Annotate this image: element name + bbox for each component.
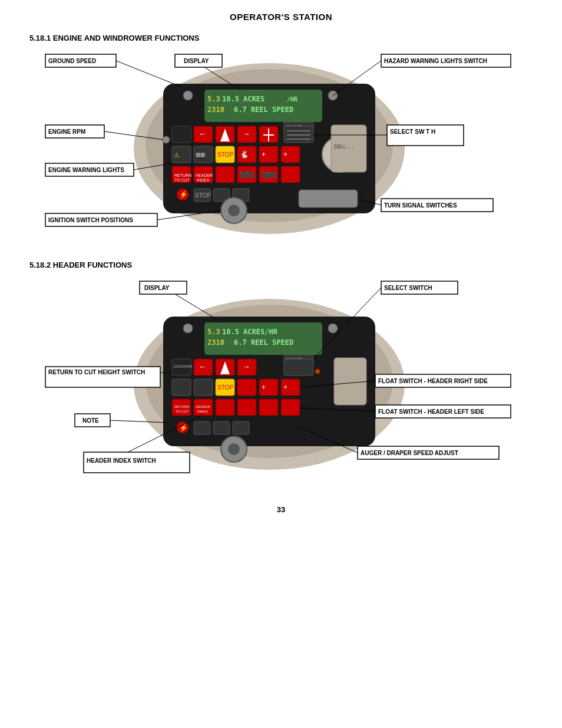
svg-rect-135	[233, 421, 249, 434]
svg-point-97	[183, 324, 193, 333]
svg-rect-45	[216, 166, 234, 183]
svg-text:5.3: 5.3	[207, 95, 220, 103]
svg-point-9	[183, 91, 193, 100]
svg-rect-50	[281, 166, 300, 183]
svg-rect-136	[334, 358, 366, 405]
svg-text:⊞⊞: ⊞⊞	[196, 151, 205, 158]
section1: 5.18.1 ENGINE AND WINDROWER FUNCTIONS 5.…	[18, 34, 544, 243]
svg-text:TO CUT: TO CUT	[174, 178, 190, 182]
svg-rect-11	[172, 126, 191, 143]
svg-text:SELECT SWITCH: SELECT SWITCH	[384, 285, 432, 291]
svg-text:/HR: /HR	[287, 96, 298, 103]
svg-text:ENGINE RPM: ENGINE RPM	[48, 129, 85, 135]
svg-text:2310: 2310	[207, 338, 224, 347]
svg-text:⬛⬛: ⬛⬛	[240, 171, 254, 179]
section2: 5.18.2 HEADER FUNCTIONS 5.3 10.5 ACRES/H…	[18, 261, 544, 487]
svg-rect-113	[194, 379, 213, 396]
svg-text:←: ←	[199, 129, 207, 139]
svg-rect-130	[281, 399, 300, 416]
svg-text:6.7 REEL SPEED: 6.7 REEL SPEED	[234, 106, 293, 114]
svg-text:2310: 2310	[207, 106, 224, 114]
svg-rect-112	[172, 379, 191, 396]
svg-text:AUGER / DRAPER SPEED ADJUST: AUGER / DRAPER SPEED ADJUST	[361, 450, 458, 456]
svg-line-67	[116, 61, 181, 87]
svg-text:+: +	[262, 150, 266, 159]
section1-diagram: 5.3 10.5 ACRES /HR 2310 6.7 REEL SPEED ←…	[39, 48, 523, 243]
svg-text:6.7 REEL SPEED: 6.7 REEL SPEED	[234, 338, 293, 347]
svg-text:10.5 ACRES: 10.5 ACRES	[222, 95, 265, 103]
section2-diagram: 5.3 10.5 ACRES/HR 2310 6.7 REEL SPEED DO…	[39, 275, 523, 487]
svg-text:IGNITION SWITCH POSITIONS: IGNITION SWITCH POSITIONS	[48, 217, 133, 223]
svg-text:FLOAT SWITCH - HEADER RIGHT SI: FLOAT SWITCH - HEADER RIGHT SIDE	[378, 378, 488, 384]
svg-text:HAZARD WARNING LIGHTS SWITCH: HAZARD WARNING LIGHTS SWITCH	[384, 58, 487, 64]
svg-text:+: +	[283, 383, 287, 391]
svg-text:STOP: STOP	[217, 151, 233, 158]
svg-text:TO CUT: TO CUT	[176, 410, 189, 413]
svg-text:5.3: 5.3	[207, 328, 220, 336]
svg-text:RETURN: RETURN	[174, 173, 191, 177]
svg-point-61	[228, 205, 240, 216]
svg-text:RETURN TO CUT HEIGHT SWITCH: RETURN TO CUT HEIGHT SWITCH	[48, 369, 145, 375]
svg-point-62	[163, 136, 170, 143]
svg-text:+: +	[283, 150, 287, 159]
svg-text:DISPLAY: DISPLAY	[184, 58, 209, 64]
svg-text:ENGi...: ENGi...	[334, 144, 354, 150]
page-number: 33	[18, 505, 544, 514]
svg-rect-59	[299, 190, 358, 207]
svg-text:+: +	[262, 383, 266, 391]
svg-text:STOP: STOP	[195, 192, 211, 199]
svg-text:INDEX: INDEX	[197, 178, 210, 182]
svg-point-138	[228, 443, 240, 455]
svg-text:ENGINE WARNING LIGHTS: ENGINE WARNING LIGHTS	[48, 167, 124, 173]
svg-text:RETURN: RETURN	[174, 405, 189, 409]
svg-rect-127	[216, 399, 234, 416]
svg-rect-128	[237, 399, 256, 416]
svg-rect-109	[284, 359, 313, 375]
svg-text:TURN SIGNAL SWITCHES: TURN SIGNAL SWITCHES	[384, 202, 457, 209]
svg-text:HEADER INDEX SWITCH: HEADER INDEX SWITCH	[87, 457, 156, 464]
svg-text:INDEX: INDEX	[197, 410, 208, 413]
svg-rect-133	[194, 421, 210, 434]
section2-title: 5.18.2 HEADER FUNCTIONS	[29, 261, 544, 269]
svg-text:FLOAT SWITCH - HEADER LEFT SID: FLOAT SWITCH - HEADER LEFT SIDE	[378, 409, 484, 415]
svg-rect-23	[284, 126, 313, 143]
svg-text:⚡: ⚡	[179, 190, 188, 199]
svg-point-98	[328, 324, 338, 333]
svg-text:DOGRAM: DOGRAM	[174, 364, 193, 368]
svg-text:→: →	[242, 362, 250, 371]
svg-point-110	[315, 369, 320, 374]
svg-rect-129	[259, 399, 278, 416]
svg-text:HEADER: HEADER	[196, 173, 213, 177]
svg-text:→: →	[242, 129, 250, 139]
svg-text:SELECT SW T   H: SELECT SW T H	[390, 129, 435, 135]
svg-text:10.5 ACRES/HR: 10.5 ACRES/HR	[222, 328, 278, 336]
svg-text:NOTE: NOTE	[82, 417, 99, 424]
svg-text:⬛⬛: ⬛⬛	[262, 171, 276, 179]
svg-text:DISPLAY: DISPLAY	[144, 285, 170, 291]
svg-rect-116	[237, 379, 256, 396]
svg-rect-134	[213, 421, 230, 434]
svg-text:⚠: ⚠	[174, 151, 180, 159]
page-title: OPERATOR'S STATION	[18, 12, 544, 22]
svg-text:🐇: 🐇	[240, 150, 249, 159]
svg-text:HEADER: HEADER	[196, 405, 211, 409]
svg-text:STOP: STOP	[217, 384, 233, 391]
section1-title: 5.18.1 ENGINE AND WINDROWER FUNCTIONS	[29, 34, 544, 42]
svg-text:GROUND SPEED: GROUND SPEED	[48, 58, 96, 64]
svg-text:←: ←	[199, 362, 207, 371]
